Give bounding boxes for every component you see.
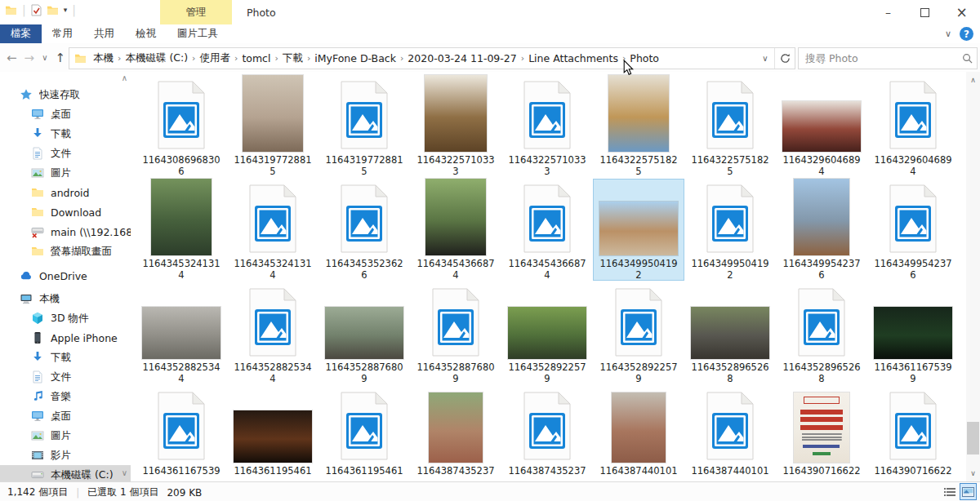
sidebar-item-documents-pinned[interactable]: 文件: [0, 144, 131, 163]
maximize-button[interactable]: [906, 0, 943, 24]
file-tile[interactable]: 1164361167539: [136, 386, 227, 481]
file-tile[interactable]: 11643499542376: [776, 179, 867, 281]
file-tile[interactable]: 11643197728815: [318, 75, 410, 177]
thumbnail-view-button[interactable]: [960, 483, 977, 500]
file-tile[interactable]: 11643528922579: [593, 282, 684, 384]
sidebar-item-local-disk-c[interactable]: 本機磁碟 (C:): [0, 465, 131, 481]
file-tile[interactable]: 11643528876809: [318, 282, 410, 384]
file-tile[interactable]: 1164387440101: [684, 386, 776, 481]
file-tile[interactable]: 11643499542376: [867, 179, 959, 281]
file-tile[interactable]: 11643528922579: [501, 282, 593, 384]
tab-home[interactable]: 常用: [42, 24, 83, 43]
file-tile[interactable]: 11643454366874: [501, 179, 593, 281]
breadcrumb-segment[interactable]: Line Attachments: [525, 52, 621, 64]
sidebar-item-download-folder[interactable]: Download: [0, 202, 131, 222]
photo-thumbnail: [608, 75, 669, 152]
file-tile[interactable]: 1164390716622: [867, 386, 959, 481]
file-tile[interactable]: 11643086968306: [136, 75, 227, 177]
tab-share[interactable]: 共用: [83, 24, 125, 43]
sidebar-item-pictures[interactable]: 圖片: [0, 426, 131, 446]
file-tile[interactable]: 11643453241314: [227, 179, 318, 281]
scrollbar-down-icon[interactable]: ∨: [966, 467, 980, 480]
file-tile-selected[interactable]: 11643499504192: [593, 179, 684, 281]
breadcrumb-segment[interactable]: tomcl: [238, 52, 274, 64]
properties-check-icon[interactable]: [31, 4, 42, 16]
file-tile[interactable]: 1164361195461: [318, 386, 410, 481]
breadcrumb-bar[interactable]: 本機›本機磁碟 (C:)›使用者›tomcl›下載›iMyFone D-Back…: [69, 47, 795, 69]
sidebar-item-android[interactable]: android: [0, 183, 131, 202]
file-tile[interactable]: 11643296046894: [776, 75, 867, 177]
sidebar-item-label: 快速存取: [39, 88, 131, 102]
breadcrumb-segment[interactable]: 使用者: [196, 51, 234, 65]
breadcrumb-segment[interactable]: 本機: [90, 51, 117, 65]
file-tile[interactable]: 11643225751825: [593, 75, 684, 177]
file-tile[interactable]: 11643296046894: [867, 75, 959, 177]
sidebar-item-music[interactable]: 音樂: [0, 387, 131, 406]
breadcrumb-segment[interactable]: 本機磁碟 (C:): [122, 51, 191, 65]
file-tile[interactable]: 11643499504192: [684, 179, 776, 281]
sidebar-item-apple-iphone[interactable]: Apple iPhone: [0, 328, 131, 348]
up-icon[interactable]: ↑: [55, 49, 65, 67]
file-tile[interactable]: 11643611675399: [867, 282, 959, 384]
breadcrumb-segment[interactable]: Photo: [626, 52, 662, 64]
back-icon[interactable]: ←: [7, 49, 17, 67]
file-tile[interactable]: 1164387440101: [593, 386, 684, 481]
sidebar-scroll-down-icon[interactable]: ∨: [122, 468, 127, 477]
recent-locations-icon[interactable]: ∨: [42, 49, 47, 67]
file-tile[interactable]: 11643454366874: [410, 179, 501, 281]
sidebar-item-objects-3d[interactable]: 3D 物件: [0, 308, 131, 328]
file-tile[interactable]: 11643528876809: [410, 282, 501, 384]
file-tile[interactable]: 1164387435237: [410, 386, 501, 481]
sidebar-item-downloads[interactable]: 下載: [0, 348, 131, 367]
file-row: 1164352882534411643528825344116435288768…: [136, 282, 960, 384]
file-tile[interactable]: 11643528965268: [684, 282, 776, 384]
tab-view[interactable]: 檢視: [125, 24, 167, 43]
sidebar-item-main-network[interactable]: main (\\192.168: [0, 222, 131, 242]
sidebar-item-pictures-pinned[interactable]: 圖片: [0, 163, 131, 183]
breadcrumb-segment[interactable]: 下載: [279, 51, 306, 65]
file-tile[interactable]: 1164387435237: [501, 386, 593, 481]
file-tile[interactable]: 11643528965268: [776, 282, 867, 384]
sidebar-item-desktop-pinned[interactable]: 桌面: [0, 104, 131, 124]
file-tile[interactable]: 1164390716622: [776, 386, 867, 481]
file-tile[interactable]: 11643528825344: [136, 282, 227, 384]
scrollbar-thumb[interactable]: [967, 422, 979, 454]
file-tile[interactable]: 11643225710333: [501, 75, 593, 177]
vertical-scrollbar[interactable]: ∧ ∨: [966, 72, 980, 481]
sidebar-item-this-pc[interactable]: 本機: [0, 289, 131, 308]
file-tile[interactable]: 11643225710333: [410, 75, 501, 177]
new-folder-icon[interactable]: [47, 5, 59, 16]
search-input[interactable]: [799, 52, 957, 64]
sidebar-item-quick-access[interactable]: 快速存取: [0, 85, 131, 104]
file-thumbnail: [318, 179, 410, 256]
sidebar-item-videos[interactable]: 影片: [0, 446, 131, 465]
forward-icon[interactable]: →: [24, 49, 35, 67]
close-button[interactable]: ×: [943, 0, 980, 24]
sidebar-item-downloads-pinned[interactable]: 下載: [0, 124, 131, 144]
tab-file[interactable]: 檔案: [0, 24, 42, 43]
sidebar-item-documents[interactable]: 文件: [0, 367, 131, 387]
scrollbar-up-icon[interactable]: ∧: [966, 73, 980, 86]
refresh-icon[interactable]: [774, 48, 795, 69]
file-tile[interactable]: 11643453241314: [136, 179, 227, 281]
customize-caret-icon[interactable]: ▾: [64, 6, 68, 14]
help-icon[interactable]: ?: [960, 27, 973, 41]
file-tile[interactable]: 1164361195461: [227, 386, 318, 481]
tab-picture-tools[interactable]: 圖片工具: [167, 24, 229, 43]
ribbon-collapse-icon[interactable]: ∨: [945, 29, 951, 39]
file-tile[interactable]: 11643197728815: [227, 75, 318, 177]
search-icon[interactable]: [957, 53, 977, 64]
address-dropdown-icon[interactable]: ∨: [756, 54, 774, 63]
file-tile[interactable]: 11643453523626: [318, 179, 410, 281]
breadcrumb-segment[interactable]: 2020-03-24 11-09-27: [404, 52, 519, 64]
file-tile[interactable]: 11643528825344: [227, 282, 318, 384]
minimize-button[interactable]: –: [870, 0, 906, 24]
sidebar-scroll-up-icon[interactable]: ∧: [122, 73, 127, 82]
details-view-button[interactable]: [941, 483, 958, 500]
sidebar-item-desktop[interactable]: 桌面: [0, 406, 131, 426]
sidebar-item-onedrive[interactable]: OneDrive: [0, 266, 131, 286]
breadcrumb-segment[interactable]: iMyFone D-Back: [311, 52, 399, 64]
file-tile[interactable]: 11643225751825: [684, 75, 776, 177]
sidebar-item-screenshots[interactable]: 螢幕擷取畫面: [0, 242, 131, 261]
image-file-placeholder-icon: [430, 288, 482, 360]
